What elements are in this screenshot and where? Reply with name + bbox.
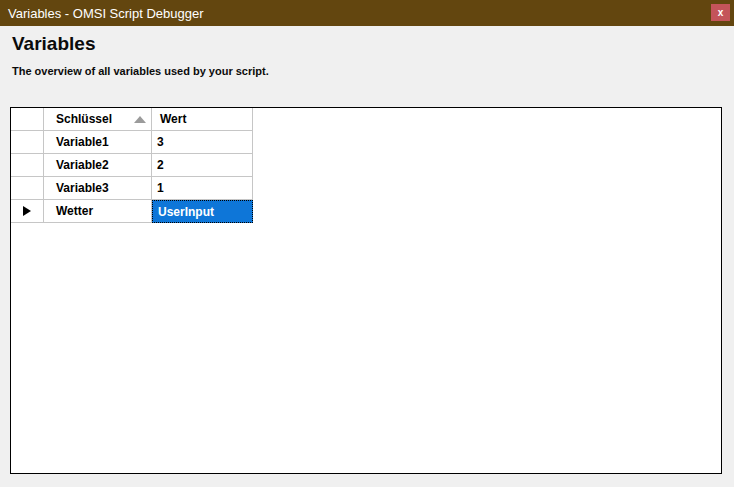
table-row[interactable]: Variable1 3	[11, 131, 253, 154]
row-selector-cell[interactable]	[11, 131, 44, 154]
table-row[interactable]: Wetter UserInput	[11, 200, 253, 223]
window-title: Variables - OMSI Script Debugger	[0, 6, 204, 21]
wert-cell[interactable]: 1	[152, 177, 253, 200]
grid-body: Variable1 3 Variable2 2 Variable3 1 Wett…	[11, 131, 253, 223]
close-icon: x	[718, 8, 724, 18]
column-header-schluessel[interactable]: Schlüssel	[44, 108, 152, 131]
wert-cell[interactable]: 2	[152, 154, 253, 177]
titlebar[interactable]: Variables - OMSI Script Debugger x	[0, 0, 734, 26]
grid-header-row: Schlüssel Wert	[11, 108, 253, 131]
schluessel-cell[interactable]: Variable3	[44, 177, 152, 200]
page-title: Variables	[12, 33, 95, 55]
column-header-label: Schlüssel	[56, 112, 112, 126]
close-button[interactable]: x	[711, 4, 730, 21]
variables-panel: Schlüssel Wert Variable1 3 Variable2 2 V…	[10, 107, 722, 474]
table-row[interactable]: Variable2 2	[11, 154, 253, 177]
row-selector-cell[interactable]	[11, 154, 44, 177]
wert-cell[interactable]: 3	[152, 131, 253, 154]
wert-cell[interactable]: UserInput	[152, 200, 253, 223]
current-row-indicator-icon	[23, 206, 31, 216]
row-selector-header[interactable]	[11, 108, 44, 131]
schluessel-cell[interactable]: Wetter	[44, 200, 152, 223]
table-row[interactable]: Variable3 1	[11, 177, 253, 200]
column-header-wert[interactable]: Wert	[152, 108, 253, 131]
page-subtitle: The overview of all variables used by yo…	[12, 65, 269, 77]
column-header-label: Wert	[160, 112, 186, 126]
schluessel-cell[interactable]: Variable1	[44, 131, 152, 154]
row-selector-cell[interactable]	[11, 177, 44, 200]
row-selector-cell[interactable]	[11, 200, 44, 223]
schluessel-cell[interactable]: Variable2	[44, 154, 152, 177]
app-window: Variables - OMSI Script Debugger x Varia…	[0, 0, 734, 487]
sort-ascending-icon	[134, 116, 146, 123]
variables-grid: Schlüssel Wert Variable1 3 Variable2 2 V…	[11, 108, 253, 223]
